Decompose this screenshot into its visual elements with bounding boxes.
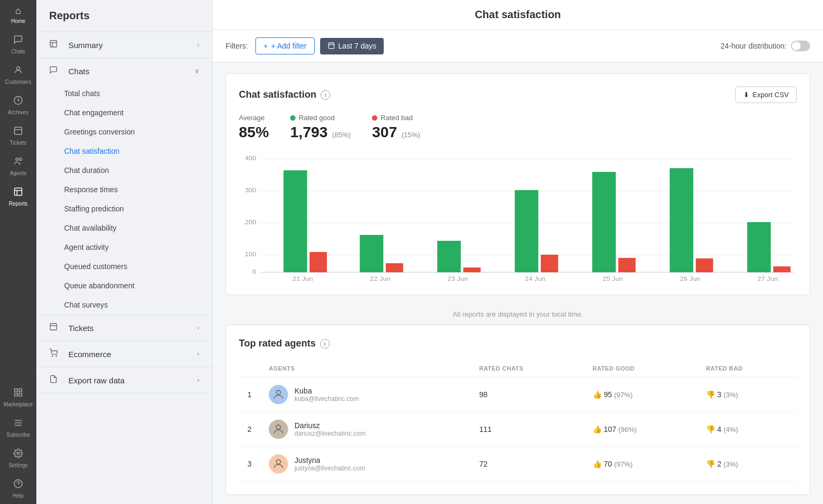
nav-archives[interactable]: Archives (0, 90, 36, 121)
nav-tickets-label: Tickets (10, 140, 26, 146)
export-csv-button[interactable]: ⬇ Export CSV (735, 86, 797, 103)
nav-customers[interactable]: Customers (0, 60, 36, 90)
marketplace-icon (13, 388, 23, 400)
rated-good-val-1: 95 (604, 390, 612, 399)
plus-icon: + (263, 42, 268, 50)
svg-text:26 Jun: 26 Jun (680, 275, 700, 282)
agent-info-2: Dariusz dariusz@livechatinc.com (294, 421, 366, 437)
thumb-up-3: 👍 (593, 460, 602, 468)
rated-bad-pct-3: (3%) (724, 460, 738, 468)
bar-bad-0 (309, 252, 327, 272)
stats-row: Average 85% Rated good 1,793 (85%) (239, 114, 797, 141)
nav-reports[interactable]: Reports (0, 182, 36, 212)
sidebar-item-queued-customers[interactable]: Queued customers (36, 257, 212, 276)
sidebar-item-response-times[interactable]: Response times (36, 180, 212, 199)
help-icon (13, 479, 23, 491)
nav-agents[interactable]: Agents (0, 151, 36, 182)
agent-rated-good-3: 👍 70 (97%) (584, 447, 697, 482)
add-filter-button[interactable]: + + Add filter (255, 37, 315, 54)
table-header-row: AGENTS RATED CHATS RATED GOOD RATED BAD (239, 360, 797, 377)
agent-cell-2: Dariusz dariusz@livechatinc.com (260, 412, 471, 447)
info-icon[interactable]: i (321, 90, 330, 100)
nav-marketplace-label: Marketplace (4, 401, 33, 407)
sidebar-section-header-summary[interactable]: Summary › (36, 32, 212, 58)
date-filter-button[interactable]: Last 7 days (320, 38, 384, 54)
sidebar-section-header-ecommerce[interactable]: Ecommerce › (36, 341, 212, 367)
nav-subscribe-label: Subscribe (6, 432, 30, 438)
svg-text:23 Jun: 23 Jun (447, 275, 468, 282)
sidebar-item-agent-activity[interactable]: Agent activity (36, 238, 212, 257)
agent-rated-chats-3: 72 (471, 447, 584, 482)
nav-subscribe[interactable]: Subscribe (0, 413, 36, 443)
agent-rated-good-2: 👍 107 (96%) (584, 412, 697, 447)
tickets-section-icon (49, 322, 58, 333)
svg-point-5 (19, 158, 22, 161)
sidebar-item-staffing-prediction[interactable]: Staffing prediction (36, 199, 212, 218)
sidebar-section-header-export[interactable]: Export raw data › (36, 367, 212, 393)
sidebar-item-chat-satisfaction[interactable]: Chat satisfaction (36, 141, 212, 161)
bar-good-6 (747, 222, 771, 272)
reports-icon (13, 187, 23, 199)
rated-good-val-3: 70 (604, 460, 612, 468)
sidebar-item-chat-duration[interactable]: Chat duration (36, 161, 212, 180)
col-rated-bad-header: RATED BAD (697, 360, 797, 377)
svg-point-25 (56, 356, 57, 356)
svg-rect-26 (328, 43, 334, 49)
thumb-up-1: 👍 (593, 390, 602, 399)
archives-icon (13, 96, 23, 108)
bar-good-4 (592, 172, 616, 272)
agents-info-icon[interactable]: i (320, 339, 330, 349)
chats-section-label: Chats (68, 67, 89, 76)
nav-home[interactable]: ⌂ Home (0, 0, 36, 29)
svg-text:24 Jun: 24 Jun (525, 275, 545, 282)
svg-rect-12 (19, 393, 22, 396)
distribution-switch[interactable] (791, 41, 810, 51)
summary-label: Summary (68, 41, 103, 50)
page-title: Chat satisfaction (421, 9, 616, 21)
sidebar-item-greetings-conversion[interactable]: Greetings conversion (36, 122, 212, 141)
nav-help[interactable]: Help (0, 474, 36, 504)
settings-icon (13, 448, 23, 461)
ecommerce-section-label: Ecommerce (68, 350, 111, 359)
bar-bad-4 (618, 258, 635, 272)
sidebar-section-header-tickets[interactable]: Tickets › (36, 315, 212, 341)
sidebar-section-header-chats[interactable]: Chats ∨ (36, 58, 212, 84)
svg-point-49 (276, 460, 281, 464)
rated-bad-val-2: 4 (717, 425, 721, 434)
sidebar-item-chat-availability[interactable]: Chat availability (36, 218, 212, 238)
nav-chats[interactable]: Chats (0, 29, 36, 60)
rated-good-pct-3: (97%) (614, 460, 633, 468)
col-rated-good-header: RATED GOOD (584, 360, 697, 377)
rated-bad-value-row: 307 (15%) (372, 124, 420, 141)
avatar-justyna (269, 454, 288, 474)
svg-text:21 Jun: 21 Jun (292, 275, 313, 282)
nav-settings[interactable]: Settings (0, 443, 36, 474)
red-dot (372, 115, 377, 121)
sidebar-item-chat-surveys[interactable]: Chat surveys (36, 295, 212, 314)
sidebar-item-queue-abandonment[interactable]: Queue abandonment (36, 276, 212, 295)
sidebar-item-total-chats[interactable]: Total chats (36, 84, 212, 103)
date-filter-label: Last 7 days (338, 42, 377, 50)
home-icon: ⌂ (15, 5, 21, 17)
nav-marketplace[interactable]: Marketplace (0, 382, 36, 413)
sidebar-section-export: Export raw data › (36, 367, 212, 393)
thumb-up-2: 👍 (593, 425, 602, 434)
export-section-icon (49, 375, 58, 385)
rated-good-value: 1,793 (290, 124, 328, 140)
svg-rect-10 (19, 389, 22, 391)
agent-rated-good-1: 👍 95 (97%) (584, 377, 697, 412)
sidebar-item-chat-engagement[interactable]: Chat engagement (36, 103, 212, 122)
agent-rated-chats-2: 111 (471, 412, 584, 447)
nav-tickets[interactable]: Tickets (0, 121, 36, 151)
col-rated-chats-header: RATED CHATS (471, 360, 584, 377)
nav-chats-label: Chats (11, 49, 25, 54)
bar-bad-2 (463, 267, 480, 272)
thumb-down-2: 👎 (706, 425, 715, 434)
ecommerce-section-icon (49, 349, 58, 359)
rated-good-val-2: 107 (604, 425, 616, 434)
green-dot (290, 115, 296, 121)
average-label: Average (239, 114, 269, 122)
chats-icon (13, 35, 23, 47)
agents-card-title-text: Top rated agents (239, 338, 316, 349)
chat-satisfaction-card: Chat satisfaction i ⬇ Export CSV Average… (226, 73, 810, 295)
